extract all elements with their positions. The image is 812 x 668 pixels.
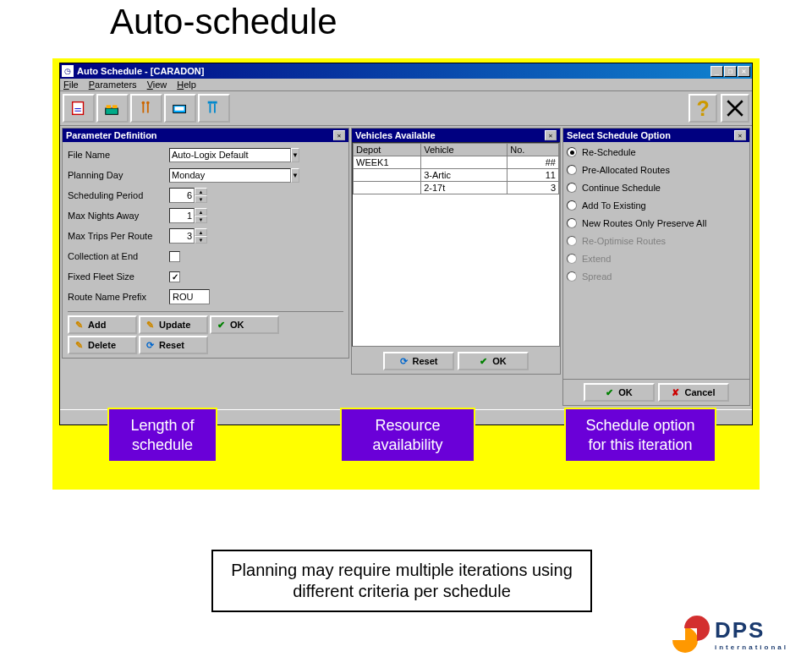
callout-option: Schedule option for this iteration [564, 408, 716, 463]
vehicles-ok-button[interactable]: ✔OK [458, 352, 529, 370]
max-trips-down[interactable]: ▼ [195, 236, 207, 244]
table-row[interactable]: WEEK1## [354, 156, 559, 169]
menu-parameters[interactable]: Parameters [89, 79, 137, 90]
maximize-button[interactable]: ❐ [724, 66, 737, 77]
toolbar-btn-1[interactable] [63, 94, 95, 123]
radio-icon [567, 254, 577, 264]
app-icon: ◷ [62, 65, 74, 77]
max-nights-down[interactable]: ▼ [195, 216, 207, 223]
sched-period-up[interactable]: ▲ [195, 188, 207, 195]
label-collection-end: Collection at End [68, 251, 169, 261]
panel-param-close[interactable]: ✕ [333, 130, 345, 140]
table-row[interactable]: 2-17t3 [354, 182, 559, 194]
toolbar: ? [60, 91, 752, 126]
callout-resource: Resource availability [340, 408, 475, 463]
options-ok-button[interactable]: ✔OK [584, 383, 655, 402]
panel-schedule-options: Select Schedule Option ✕ Re-SchedulePre-… [562, 128, 750, 406]
toolbar-btn-5[interactable] [198, 94, 230, 123]
x-icon: ✘ [672, 387, 679, 398]
radio-label: New Routes Only Preserve All [582, 218, 706, 228]
route-prefix-input[interactable] [169, 289, 210, 304]
toolbar-btn-4[interactable] [164, 94, 196, 123]
planning-day-dropdown[interactable]: ▼ [291, 168, 299, 183]
file-name-dropdown[interactable]: ▼ [291, 148, 299, 162]
label-file-name: File Name [68, 150, 169, 160]
panel-options-close[interactable]: ✕ [734, 130, 746, 140]
check-icon: ✔ [606, 387, 613, 398]
svg-rect-9 [175, 107, 184, 111]
panel-vehicles-title: Vehicles Available [355, 130, 545, 140]
planning-day-input[interactable] [169, 168, 291, 183]
menu-view[interactable]: View [147, 79, 167, 90]
toolbar-btn-2[interactable] [96, 94, 129, 123]
options-cancel-button[interactable]: ✘Cancel [658, 383, 729, 402]
help-button[interactable]: ? [689, 94, 717, 123]
max-nights-input[interactable] [169, 208, 195, 223]
radio-label: Re-Schedule [582, 147, 636, 157]
menu-file[interactable]: File [63, 79, 79, 90]
vehicles-table: Depot Vehicle No. WEEK1## 3-Artic11 2-17… [353, 143, 559, 194]
radio-option-5: Re-Optimise Routes [567, 236, 746, 246]
col-no[interactable]: No. [508, 144, 559, 156]
sched-period-down[interactable]: ▼ [195, 195, 207, 203]
menu-help[interactable]: Help [177, 79, 196, 90]
svg-rect-5 [112, 105, 118, 108]
radio-icon [567, 236, 577, 246]
file-name-input[interactable] [169, 148, 291, 162]
scheduling-period-input[interactable] [169, 188, 195, 203]
logo: DPS international [672, 616, 788, 653]
panel-vehicles-close[interactable]: ✕ [545, 130, 557, 140]
svg-point-7 [146, 101, 150, 105]
pencil-icon: ✎ [144, 320, 156, 331]
callout-length: Length of schedule [107, 408, 217, 463]
refresh-icon: ⟳ [144, 340, 156, 351]
radio-option-3[interactable]: Add To Existing [567, 200, 746, 211]
table-row[interactable]: 3-Artic11 [354, 169, 559, 182]
close-button[interactable]: ✕ [738, 66, 750, 77]
svg-rect-4 [107, 105, 112, 108]
radio-option-7: Spread [567, 271, 746, 282]
svg-rect-1 [74, 108, 80, 109]
vehicles-reset-button[interactable]: ⟳Reset [383, 352, 454, 370]
radio-label: Pre-Allocated Routes [582, 165, 670, 175]
slide-title: Auto-schedule [0, 0, 812, 47]
max-trips-up[interactable]: ▲ [195, 228, 207, 236]
label-planning-day: Planning Day [68, 170, 169, 180]
menubar: File Parameters View Help [60, 79, 752, 91]
radio-option-1[interactable]: Pre-Allocated Routes [567, 165, 746, 175]
svg-rect-2 [74, 111, 80, 112]
radio-label: Continue Schedule [582, 183, 661, 193]
add-button[interactable]: ✎Add [68, 315, 137, 334]
reset-button[interactable]: ⟳Reset [139, 336, 208, 354]
toolbar-close-button[interactable] [721, 94, 749, 123]
toolbar-btn-3[interactable] [130, 94, 162, 123]
check-icon: ✔ [480, 356, 487, 367]
radio-label: Spread [582, 271, 612, 282]
radio-option-0[interactable]: Re-Schedule [567, 147, 746, 157]
col-depot[interactable]: Depot [354, 144, 421, 156]
panel-param-title: Parameter Definition [66, 130, 333, 140]
delete-icon: ✎ [73, 340, 85, 351]
max-trips-input[interactable] [169, 228, 195, 244]
param-ok-button[interactable]: ✔OK [210, 315, 279, 334]
radio-label: Extend [582, 254, 611, 264]
radio-option-4[interactable]: New Routes Only Preserve All [567, 218, 746, 228]
check-icon: ✔ [215, 320, 227, 331]
minimize-button[interactable]: _ [710, 66, 723, 77]
delete-button[interactable]: ✎Delete [68, 336, 137, 354]
radio-option-6: Extend [567, 254, 746, 264]
logo-text: DPS [715, 617, 788, 643]
label-route-prefix: Route Name Prefix [68, 292, 169, 302]
max-nights-up[interactable]: ▲ [195, 208, 207, 216]
label-max-nights: Max Nights Away [68, 211, 169, 221]
radio-option-2[interactable]: Continue Schedule [567, 183, 746, 193]
collection-end-checkbox[interactable] [169, 251, 180, 262]
update-button[interactable]: ✎Update [139, 315, 208, 334]
radio-icon [567, 183, 577, 193]
radio-label: Re-Optimise Routes [582, 236, 666, 246]
radio-icon [567, 271, 577, 282]
col-vehicle[interactable]: Vehicle [421, 144, 508, 156]
fixed-fleet-checkbox[interactable]: ✓ [169, 271, 180, 282]
pencil-icon: ✎ [73, 320, 85, 331]
label-fixed-fleet: Fixed Fleet Size [68, 271, 169, 282]
